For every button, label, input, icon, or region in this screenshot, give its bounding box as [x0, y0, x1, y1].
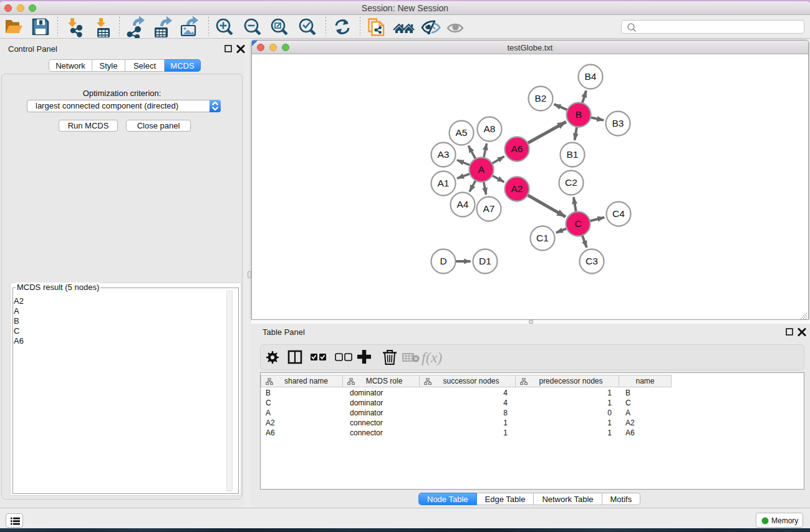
- svg-text:A8: A8: [484, 123, 496, 134]
- svg-text:A6: A6: [511, 143, 523, 154]
- svg-text:A5: A5: [456, 127, 468, 138]
- svg-text:B4: B4: [585, 71, 597, 82]
- svg-text:C2: C2: [565, 177, 577, 188]
- svg-text:A4: A4: [457, 199, 469, 210]
- svg-text:B3: B3: [612, 118, 624, 128]
- svg-text:D: D: [440, 256, 446, 266]
- svg-text:C3: C3: [586, 256, 598, 266]
- svg-text:A3: A3: [438, 149, 450, 160]
- svg-text:D1: D1: [479, 256, 491, 266]
- svg-text:A: A: [478, 164, 485, 175]
- svg-text:A7: A7: [483, 203, 495, 214]
- svg-text:B: B: [576, 109, 582, 120]
- svg-text:C1: C1: [536, 233, 549, 243]
- svg-text:B1: B1: [567, 149, 579, 160]
- svg-text:f(x): f(x): [422, 349, 442, 365]
- svg-text:A1: A1: [438, 178, 450, 188]
- svg-text:A2: A2: [511, 183, 523, 194]
- svg-text:C: C: [574, 218, 581, 229]
- svg-text:B2: B2: [535, 93, 547, 104]
- svg-text:C4: C4: [612, 208, 625, 219]
